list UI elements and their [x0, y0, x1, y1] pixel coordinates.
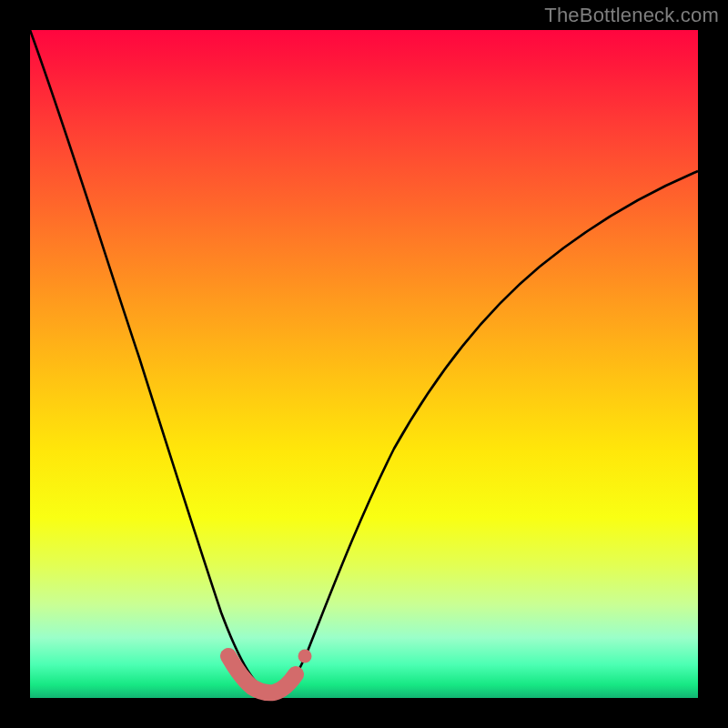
curve-layer: [30, 30, 698, 698]
watermark-text: TheBottleneck.com: [544, 4, 719, 27]
plot-area: [30, 30, 698, 698]
minimum-highlight: [228, 656, 296, 693]
chart-frame: TheBottleneck.com: [0, 0, 728, 728]
marker-dot: [298, 650, 312, 663]
bottleneck-curve: [30, 30, 698, 692]
